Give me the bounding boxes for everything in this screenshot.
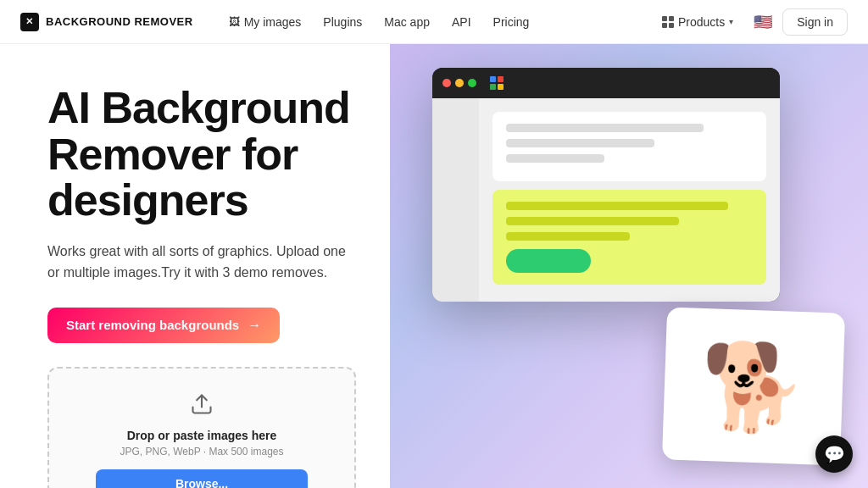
chat-bubble-button[interactable]: 💬 [815, 435, 853, 473]
language-flag-icon[interactable]: 🇺🇸 [754, 13, 772, 31]
products-button[interactable]: Products ▾ [652, 10, 743, 34]
arrow-icon: → [248, 318, 261, 333]
chevron-down-icon: ▾ [729, 17, 733, 26]
app-body [432, 98, 780, 302]
nav-right: Products ▾ 🇺🇸 Sign in [652, 8, 848, 36]
hero-section: AI Background Remover for designers Work… [0, 44, 390, 488]
app-mockup [432, 68, 780, 302]
nav-mac-app[interactable]: Mac app [376, 10, 438, 34]
app-titlebar [432, 68, 780, 98]
upload-area[interactable]: Drop or paste images here JPG, PNG, WebP… [47, 367, 356, 488]
dog-image-card: 🐕 [662, 307, 845, 465]
close-dot [442, 79, 451, 87]
upload-title: Drop or paste images here [70, 429, 334, 442]
yellow-line-1 [506, 202, 728, 210]
card-line-1 [506, 124, 704, 132]
card-line-2 [506, 139, 654, 147]
upload-icon [70, 392, 334, 422]
yellow-line-3 [506, 232, 630, 241]
maximize-dot [468, 79, 476, 87]
image-icon: 🖼 [229, 15, 240, 28]
app-sidebar [432, 98, 479, 302]
hero-title: AI Background Remover for designers [47, 85, 356, 224]
main-content: AI Background Remover for designers Work… [0, 44, 868, 488]
upload-subtitle: JPG, PNG, WebP · Max 500 images [70, 446, 334, 458]
app-icon [490, 76, 504, 90]
nav-plugins[interactable]: Plugins [314, 10, 370, 34]
chat-icon: 💬 [824, 444, 845, 464]
hero-description: Works great with all sorts of graphics. … [47, 241, 356, 284]
browse-button[interactable]: Browse... [96, 469, 308, 488]
hero-visual: 🐕 💬 [390, 44, 868, 488]
titlebar-dots [442, 79, 476, 87]
products-grid-icon [662, 16, 674, 28]
brand-logo[interactable]: BACKGROUND REMOVER [20, 13, 193, 31]
nav-my-images[interactable]: 🖼 My images [220, 10, 310, 34]
dog-image: 🐕 [699, 342, 808, 430]
content-card-top [492, 112, 766, 181]
brand-icon [20, 13, 39, 31]
cta-button[interactable]: Start removing backgrounds → [47, 308, 280, 343]
sign-in-button[interactable]: Sign in [782, 8, 848, 36]
brand-name: BACKGROUND REMOVER [46, 15, 193, 28]
nav-api[interactable]: API [443, 10, 480, 34]
yellow-card [492, 190, 766, 285]
yellow-line-2 [506, 217, 679, 225]
minimize-dot [455, 79, 464, 87]
nav-pricing[interactable]: Pricing [485, 10, 538, 34]
card-line-3 [506, 154, 604, 163]
navbar: BACKGROUND REMOVER 🖼 My images Plugins M… [0, 0, 868, 44]
app-content [479, 98, 780, 302]
nav-links: 🖼 My images Plugins Mac app API Pricing [220, 10, 652, 34]
green-button [506, 249, 591, 273]
